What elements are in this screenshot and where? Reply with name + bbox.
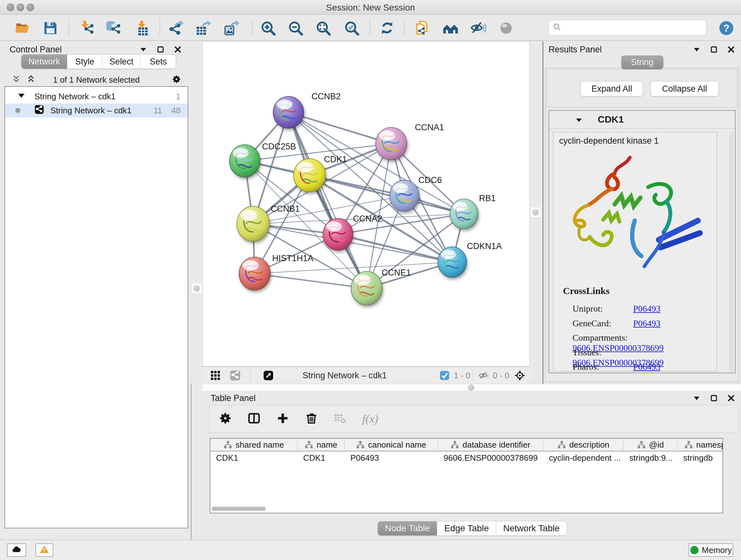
copy-network-button[interactable]: [413, 19, 431, 37]
import-network-file-button[interactable]: [77, 19, 95, 37]
column-header-shared-name[interactable]: shared name: [210, 439, 297, 451]
panel-float-icon[interactable]: [710, 45, 718, 54]
show-columns-icon[interactable]: [247, 412, 261, 426]
network-options-gear-icon[interactable]: [172, 74, 181, 85]
panel-collapse-icon[interactable]: [139, 45, 147, 54]
left-splitter-handle[interactable]: [191, 283, 202, 294]
results-scrollbar[interactable]: [730, 132, 733, 371]
network-collection-row[interactable]: String Network – cdk1 1: [5, 89, 188, 104]
zoom-in-button[interactable]: [259, 19, 277, 37]
network-node[interactable]: [323, 219, 353, 250]
gene-section-header[interactable]: CDK1: [549, 111, 735, 129]
fit-selected-crosshair-icon[interactable]: [515, 369, 525, 381]
refresh-button[interactable]: [378, 19, 396, 37]
open-file-button[interactable]: [13, 19, 31, 37]
cloud-button[interactable]: [7, 543, 26, 557]
zoom-fit-button[interactable]: [314, 19, 332, 37]
table-options-gear-icon[interactable]: [219, 412, 232, 426]
network-svg[interactable]: CCNB2CCNA1CDC25BCDK1CDC6RB1CCNB1CCNA2CDK…: [203, 42, 529, 366]
network-node[interactable]: [239, 257, 270, 290]
network-row-selected[interactable]: String Network – cdk1 11 48: [5, 104, 188, 118]
tab-node-table[interactable]: Node Table: [378, 521, 437, 536]
tab-string[interactable]: String: [621, 56, 664, 69]
view-string-icon[interactable]: [230, 369, 241, 381]
import-table-button[interactable]: [133, 19, 151, 37]
memory-button[interactable]: Memory: [689, 543, 733, 557]
panel-float-icon[interactable]: [710, 394, 718, 402]
column-header-description[interactable]: description: [543, 439, 623, 451]
show-hide-graphics-button[interactable]: [469, 19, 487, 37]
left-splitter[interactable]: [191, 42, 202, 384]
warnings-button[interactable]: [36, 543, 53, 557]
table-delete-icon: [333, 412, 347, 425]
column-header-@id[interactable]: @id: [623, 439, 677, 451]
panel-float-icon[interactable]: [156, 45, 165, 54]
tab-style[interactable]: Style: [67, 55, 103, 69]
collapse-all-button[interactable]: Collapse All: [650, 81, 719, 97]
crosslink-link[interactable]: P06493: [633, 318, 661, 328]
column-header-name[interactable]: name: [297, 439, 345, 451]
network-edge[interactable]: [288, 112, 391, 144]
help-button[interactable]: ?: [718, 19, 735, 37]
panel-close-icon[interactable]: [174, 45, 182, 54]
tab-network-table[interactable]: Network Table: [496, 521, 567, 536]
network-node[interactable]: [351, 271, 382, 305]
table-cell[interactable]: CDK1: [297, 451, 345, 464]
tab-edge-table[interactable]: Edge Table: [437, 521, 496, 536]
network-node[interactable]: [237, 206, 269, 241]
save-session-button[interactable]: [42, 19, 59, 37]
home-views-button[interactable]: [442, 19, 460, 37]
network-node[interactable]: [229, 145, 260, 177]
search-input[interactable]: [564, 23, 706, 33]
network-node[interactable]: [376, 127, 407, 160]
hidden-eye-icon[interactable]: [478, 369, 489, 381]
zoom-out-button[interactable]: [286, 19, 305, 37]
tab-select[interactable]: Select: [103, 55, 141, 69]
column-header-namespac[interactable]: namespac: [677, 439, 723, 451]
horizontal-splitter-handle[interactable]: [468, 384, 474, 391]
table-cell[interactable]: stringdb:9...: [623, 451, 677, 464]
tree-expand-icon[interactable]: [17, 91, 26, 103]
panel-close-icon[interactable]: [727, 394, 735, 402]
panel-close-icon[interactable]: [727, 45, 735, 54]
right-splitter-handle[interactable]: [530, 207, 541, 218]
table-cell[interactable]: 9606.ENSP00000378699: [438, 451, 543, 464]
table-row[interactable]: CDK1CDK1P064939606.ENSP00000378699cyclin…: [210, 451, 723, 464]
panel-collapse-icon[interactable]: [692, 45, 701, 54]
add-column-icon[interactable]: [276, 412, 289, 426]
section-collapse-icon[interactable]: [575, 116, 583, 124]
crosslink-link[interactable]: P06493: [633, 362, 661, 371]
zoom-selected-button[interactable]: [343, 19, 360, 37]
network-node[interactable]: [293, 159, 326, 192]
search-field[interactable]: [548, 20, 706, 36]
network-node[interactable]: [273, 97, 304, 128]
delete-column-icon[interactable]: [305, 412, 318, 426]
network-node[interactable]: [450, 199, 478, 229]
column-header-database-identifier[interactable]: database identifier: [438, 439, 543, 451]
table-hscrollbar[interactable]: [212, 507, 266, 511]
birds-eye-view-icon[interactable]: [263, 369, 274, 381]
network-canvas[interactable]: CCNB2CCNA1CDC25BCDK1CDC6RB1CCNB1CCNA2CDK…: [202, 42, 530, 367]
table-cell[interactable]: CDK1: [210, 451, 297, 464]
level-of-detail-button[interactable]: [497, 19, 515, 37]
tab-sets[interactable]: Sets: [141, 55, 176, 69]
network-edge[interactable]: [255, 273, 367, 288]
crosslink-link[interactable]: P06493: [633, 304, 661, 314]
network-node[interactable]: [438, 247, 467, 277]
expand-all-button[interactable]: Expand All: [581, 81, 643, 97]
table-cell[interactable]: P06493: [345, 451, 438, 464]
column-header-canonical-name[interactable]: canonical name: [345, 439, 438, 451]
horizontal-splitter[interactable]: [202, 384, 741, 391]
view-grid-icon[interactable]: [210, 369, 221, 381]
table-cell[interactable]: cyclin-dependent ...: [543, 451, 623, 464]
export-image-button[interactable]: [223, 19, 241, 37]
network-node[interactable]: [390, 180, 419, 211]
export-network-button[interactable]: [167, 19, 185, 37]
right-splitter[interactable]: [530, 42, 542, 384]
import-network-database-button[interactable]: [104, 19, 122, 37]
tab-network[interactable]: Network: [21, 55, 67, 69]
selected-checkbox-icon[interactable]: [439, 369, 450, 381]
panel-collapse-icon[interactable]: [692, 394, 701, 402]
table-cell[interactable]: stringdb: [677, 451, 723, 464]
export-table-button[interactable]: [194, 19, 212, 37]
